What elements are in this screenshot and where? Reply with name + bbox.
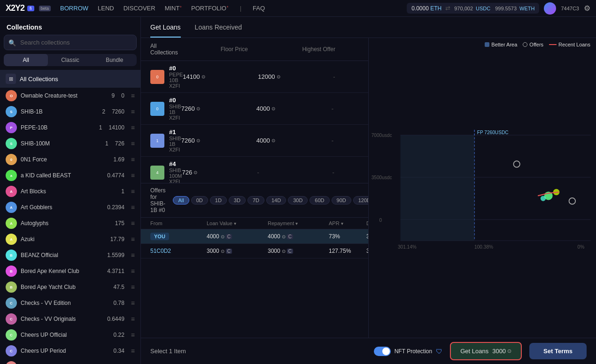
- collection-list: ⊞ All Collections O Ownable Creature-tes…: [0, 70, 140, 364]
- coll-menu-6[interactable]: ≡: [131, 188, 135, 195]
- sidebar-item-11[interactable]: B Bored Ape Kennel Club 4.3711 ≡: [0, 263, 140, 279]
- nft-id-0: #0: [169, 65, 183, 72]
- tab-bundle[interactable]: Bundle: [93, 54, 137, 66]
- offers-title: Offers for SHIB-1B #0: [150, 187, 165, 213]
- nft-terms-0: -: [333, 73, 368, 80]
- chip-3d[interactable]: 3D: [229, 196, 246, 205]
- coll-name-13: Checks - VV Edition: [21, 300, 109, 306]
- offer-apr-0: 73%: [329, 233, 366, 240]
- chip-14d[interactable]: 14D: [266, 196, 286, 205]
- nft-id-3: #4: [169, 160, 182, 167]
- sidebar-item-13[interactable]: C Checks - VV Edition 0.78 ≡: [0, 295, 140, 311]
- chip-7d[interactable]: 7D: [248, 196, 264, 205]
- coll-avatar-17: C: [6, 361, 17, 364]
- sidebar-item-15[interactable]: C Cheers UP Official 0.22 ≡: [0, 327, 140, 343]
- coll-menu-9[interactable]: ≡: [131, 235, 135, 243]
- sidebar-item-14[interactable]: C Checks - VV Originals 0.6449 ≡: [0, 311, 140, 327]
- sidebar-item-16[interactable]: C Cheers UP Period 0.34 ≡: [0, 343, 140, 359]
- coll-avatar-10: B: [6, 250, 17, 261]
- coll-menu-15[interactable]: ≡: [131, 331, 135, 339]
- chip-30d[interactable]: 30D: [288, 196, 308, 205]
- coll-menu-2[interactable]: ≡: [131, 124, 135, 131]
- nft-row-2[interactable]: 1 #1 SHIB 1B X2FI 7260⊙ 4000⊙ -: [141, 125, 368, 157]
- chip-0d[interactable]: 0D: [191, 196, 208, 205]
- set-terms-button[interactable]: Set Terms: [529, 343, 587, 359]
- coll-avatar-14: C: [6, 313, 17, 325]
- sidebar-item-8[interactable]: A Autoglyphs 175 ≡: [0, 215, 140, 231]
- nav-lend[interactable]: LEND: [98, 5, 114, 12]
- coll-name-7: Art Gobblers: [21, 204, 103, 211]
- chart-svg: FP 7260USDC 7000usdc 3500usdc 0: [369, 38, 596, 338]
- nft-offer-1: 4000⊙: [256, 105, 332, 112]
- sidebar-item-0[interactable]: O Ownable Creature-test 9 0 ≡: [0, 88, 140, 104]
- coll-menu-16[interactable]: ≡: [131, 347, 135, 355]
- tab-classic[interactable]: Classic: [48, 54, 92, 66]
- offer-loan-1: 3000⊙ C: [207, 248, 268, 254]
- tab-all[interactable]: All: [4, 54, 48, 66]
- settings-icon[interactable]: ⚙: [584, 4, 590, 13]
- sidebar-item-12[interactable]: B Bored Ape Yacht Club 47.5 ≡: [0, 279, 140, 295]
- offer-row-1[interactable]: 51C0D2 3000⊙ C 3000⊙ C 127.75% 30 D 2 7 …: [141, 244, 368, 258]
- nft-row-0[interactable]: 0 #0 PEPE 10B X2FI 14100⊙ 12000⊙ -: [141, 61, 368, 93]
- tabs-row: Get Loans Loans Received: [141, 17, 596, 38]
- nav-discover[interactable]: DISCOVER: [124, 5, 155, 12]
- offers-rows: YOU 4000⊙ C 4000⊙ C 73% 3 D 4 7 Days 51C…: [141, 229, 368, 258]
- coll-menu-5[interactable]: ≡: [131, 172, 135, 179]
- coll-menu-3[interactable]: ≡: [131, 140, 135, 147]
- nft-offer-0: 12000⊙: [258, 73, 333, 80]
- chip-1d[interactable]: 1D: [210, 196, 227, 205]
- tab-loans-received[interactable]: Loans Received: [195, 23, 242, 38]
- sidebar-item-9[interactable]: A Azuki 17.79 ≡: [0, 231, 140, 247]
- coll-name-8: Autoglyphs: [21, 220, 111, 227]
- sidebar-item-7[interactable]: A Art Gobblers 0.2394 ≡: [0, 199, 140, 215]
- sidebar: Collections 🔍 All Classic Bundle ⊞ All C…: [0, 17, 141, 364]
- chip-all[interactable]: All: [173, 196, 189, 205]
- nft-protection-toggle[interactable]: [374, 347, 391, 356]
- chip-60d[interactable]: 60D: [310, 196, 329, 205]
- search-input[interactable]: [4, 35, 137, 50]
- all-collections-item[interactable]: ⊞ All Collections: [0, 70, 140, 88]
- coll-avatar-6: A: [6, 186, 17, 197]
- chip-90d[interactable]: 90D: [332, 196, 351, 205]
- get-loans-button[interactable]: Get Loans 3000 ⊙: [450, 342, 522, 360]
- sidebar-item-5[interactable]: a a KID called BEAST 0.4774 ≡: [0, 167, 140, 183]
- coll-menu-11[interactable]: ≡: [131, 267, 135, 275]
- nav-faq[interactable]: FAQ: [253, 5, 265, 12]
- nav-portfolio[interactable]: PORTFOLIO+: [191, 5, 229, 12]
- sidebar-item-3[interactable]: S SHIB-100M 1 726 ≡: [0, 136, 140, 152]
- nft-row-1[interactable]: 0 #0 SHIB 1B X2FI 7260⊙ 4000⊙ -: [141, 93, 368, 125]
- sidebar-item-4[interactable]: 0 0N1 Force 1.69 ≡: [0, 152, 140, 167]
- coll-name-15: Cheers UP Official: [21, 332, 109, 338]
- sidebar-item-17[interactable]: C Chimpers 0.5899 ≡: [0, 359, 140, 364]
- coll-menu-8[interactable]: ≡: [131, 220, 135, 227]
- beta-badge: beta: [39, 6, 51, 11]
- offers-col-repay: Repayment ▾: [268, 220, 329, 226]
- sidebar-item-10[interactable]: B BEANZ Official 1.5599 ≡: [0, 247, 140, 263]
- coll-menu-4[interactable]: ≡: [131, 156, 135, 163]
- coll-menu-12[interactable]: ≡: [131, 283, 135, 291]
- coll-menu-14[interactable]: ≡: [131, 315, 135, 323]
- tab-get-loans[interactable]: Get Loans: [150, 23, 181, 38]
- coll-name-14: Checks - VV Originals: [21, 316, 103, 322]
- coll-avatar-7: A: [6, 202, 17, 213]
- offer-row-0[interactable]: YOU 4000⊙ C 4000⊙ C 73% 3 D 4 7 Days: [141, 229, 368, 244]
- legend-recent-loans-label: Recent Loans: [558, 42, 590, 47]
- coll-name-5: a KID called BEAST: [21, 172, 103, 179]
- coll-avatar-4: 0: [6, 154, 17, 165]
- avatar[interactable]: [544, 2, 556, 15]
- nav-mint[interactable]: MINT+: [165, 5, 182, 12]
- sidebar-item-6[interactable]: A Art Blocks 1 ≡: [0, 183, 140, 199]
- chart-legend: Better Area Offers Recent Loans: [485, 42, 590, 47]
- coll-avatar-1: S: [6, 106, 17, 117]
- sidebar-item-1[interactable]: S SHIB-1B 2 7260 ≡: [0, 104, 140, 120]
- coll-menu-7[interactable]: ≡: [131, 204, 135, 211]
- coll-menu-13[interactable]: ≡: [131, 299, 135, 307]
- sidebar-item-2[interactable]: P PEPE-10B 1 14100 ≡: [0, 120, 140, 136]
- coll-menu-0[interactable]: ≡: [131, 92, 135, 99]
- nft-coll-0: PEPE 10B X2FI: [169, 72, 183, 89]
- coll-menu-1[interactable]: ≡: [131, 108, 135, 115]
- nav-borrow[interactable]: BORROW: [60, 5, 88, 12]
- nft-row-3[interactable]: 4 #4 SHIB 100M X2FI 726⊙ - -: [141, 157, 368, 183]
- chip-120d[interactable]: 120D: [353, 196, 368, 205]
- coll-menu-10[interactable]: ≡: [131, 251, 135, 259]
